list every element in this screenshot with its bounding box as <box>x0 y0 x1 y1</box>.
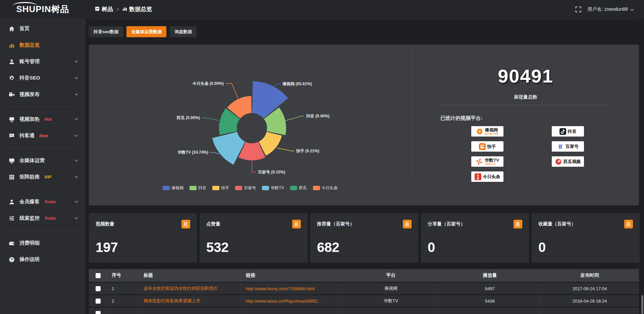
legend-label: 百家号 <box>244 185 256 191</box>
video-title[interactable]: 室外水纹灯和室内水纹灯的区别和简介 <box>139 283 241 294</box>
legend-item[interactable]: 华数TV <box>262 185 284 191</box>
platform-badge-kuaishou: 快手 <box>471 141 503 152</box>
sidebar-item-label: 消费明细 <box>19 240 40 246</box>
row-checkbox[interactable] <box>96 286 101 291</box>
video-title[interactable]: 楼体投影灯投影效果震撼上市 <box>139 295 241 307</box>
platform-badge-column-left: 播视网 boosj.com 快手 华数TV wasu.cn 头条 今日头条 <box>471 126 503 182</box>
gear-icon <box>9 75 15 81</box>
table-row-partial <box>89 308 639 314</box>
user-menu[interactable]: 用户名: zswodun88 <box>587 6 634 12</box>
table-header-checkbox <box>89 269 107 282</box>
page-scrollbar-thumb[interactable] <box>641 295 643 314</box>
sidebar-item-camera[interactable]: 视频发布 <box>0 86 86 103</box>
breadcrumb-item[interactable]: 树品 <box>95 5 113 13</box>
vertical-divider <box>412 49 412 174</box>
main-content: 抖音seo数据全媒体运营数据询盘数据 播视网 (65.61%)抖音 (9.40%… <box>89 18 639 314</box>
logo: SHUPIN树品 <box>0 3 86 15</box>
legend-label: 西瓜 <box>299 185 307 191</box>
select-all-checkbox[interactable] <box>96 273 101 278</box>
stat-card-value: 682 <box>310 235 418 255</box>
pie-label-line <box>273 84 281 87</box>
legend-item[interactable]: 百家号 <box>235 185 256 191</box>
legend-label: 快手 <box>221 185 229 191</box>
platform-name: 华数TV <box>485 158 499 162</box>
stat-card-title: 收藏量（百家号） <box>538 221 576 227</box>
table-header-cell: 序号 <box>107 269 139 282</box>
chevron-down-icon <box>74 217 78 219</box>
sidebar-item-chat[interactable]: 抖客通 New <box>0 127 86 144</box>
legend-item[interactable]: 今日头条 <box>313 185 338 191</box>
stat-card: 推荐量（百家号） 总 682 <box>310 213 418 263</box>
stat-card: 视频数量 总 197 <box>89 213 197 263</box>
sidebar-item-monitor[interactable]: 全媒体运营 <box>0 152 86 169</box>
pie-label-line <box>210 152 220 154</box>
sidebar-item-label: 操作说明 <box>19 256 40 263</box>
chevron-down-icon <box>74 60 78 63</box>
chevron-down-icon <box>74 135 78 137</box>
tab[interactable]: 抖音seo数据 <box>89 26 123 37</box>
platform-name: 抖音 <box>568 129 577 134</box>
legend-label: 播视网 <box>171 185 183 191</box>
pie-label: 抖音 (9.40%) <box>306 114 329 118</box>
sidebar-item-question[interactable]: ? 操作说明 <box>0 251 86 268</box>
row-checkbox[interactable] <box>96 311 101 314</box>
legend-item[interactable]: 播视网 <box>163 185 183 191</box>
platform-name: 西瓜视频 <box>564 159 581 164</box>
overview-panel: 播视网 (65.61%)抖音 (9.40%)快手 (0.11%)百家号 (0.1… <box>89 45 639 205</box>
sidebar-item-gear[interactable]: 抖音SEO <box>0 70 86 86</box>
tab[interactable]: 询盘数据 <box>170 26 197 37</box>
sidebar-item-sliders[interactable]: 线索监控 Tools <box>0 210 86 226</box>
legend-color-chip <box>290 186 297 190</box>
legend-item[interactable]: 抖音 <box>190 185 206 191</box>
home-icon <box>9 26 15 32</box>
breadcrumb-item[interactable]: 数据总览 <box>122 5 152 13</box>
sidebar-item-label: 全媒体运营 <box>19 157 45 164</box>
sidebar-item-user[interactable]: 账号管理 <box>0 53 86 70</box>
stat-card-value: 0 <box>421 235 529 255</box>
pie-label-line <box>285 116 304 121</box>
legend-label: 华数TV <box>271 185 284 191</box>
chevron-down-icon <box>74 176 78 178</box>
chart-sm-icon <box>122 6 127 13</box>
video-link[interactable]: http://www.wasu.cn/Play/show/id/952... <box>241 295 342 307</box>
pie-slice-播视网[interactable] <box>252 81 288 118</box>
videos-table: 序号标题链接平台播放量发布时间1室外水纹灯和室内水纹灯的区别和简介http://… <box>89 269 639 314</box>
sidebar-item-grid[interactable]: 矩阵助推 VIP <box>0 169 86 185</box>
tab[interactable]: 全媒体运营数据 <box>126 26 166 37</box>
sidebar-item-home[interactable]: 首页 <box>0 20 86 37</box>
legend-item[interactable]: 快手 <box>212 185 229 191</box>
platform-badge-boosj: 播视网 boosj.com <box>471 126 503 137</box>
sidebar-item-wallet[interactable]: 消费明细 <box>0 235 86 251</box>
wallet-icon <box>9 240 15 246</box>
total-badge: 总 <box>624 220 633 228</box>
platform-cell: 华数TV <box>342 295 439 307</box>
chevron-down-icon <box>74 118 78 120</box>
rose-pie-chart[interactable]: 播视网 (65.61%)抖音 (9.40%)快手 (0.11%)百家号 (0.1… <box>89 45 412 205</box>
sidebar-item-label: 数据总览 <box>19 42 40 48</box>
publish-time-cell: 2017-08-24 17:04 <box>540 283 639 294</box>
pie-label: 今日头条 (0.00%) <box>192 81 224 86</box>
stat-card-value: 532 <box>200 235 308 255</box>
row-checkbox[interactable] <box>96 299 101 304</box>
stat-cards-row: 视频数量 总 197 点赞量 总 532 推荐量（百家号） 总 682 分享量（… <box>89 213 640 263</box>
stat-card-title: 分享量（百家号） <box>428 221 465 227</box>
platform-name: 今日头条 <box>483 174 500 179</box>
boosj-logo-icon <box>476 128 483 135</box>
pie-label: 快手 (0.11%) <box>296 149 319 153</box>
sidebar-item-member[interactable]: 会员爆客 Tools <box>0 194 86 210</box>
topbar-right: 用户名: zswodun88 <box>575 6 634 12</box>
pie-label: 西瓜 (0.00%) <box>176 115 200 120</box>
app-icon <box>95 6 100 13</box>
platform-badge-xigua: 西瓜视频 <box>552 156 584 167</box>
sidebar-item-badge: VIP <box>44 174 51 179</box>
sidebar-item-chart[interactable]: 数据总览 <box>0 37 86 53</box>
pie-slice-华数TV[interactable] <box>212 132 245 165</box>
sidebar-item-heat[interactable]: 视频加热 Hot <box>0 111 86 127</box>
platform-badge-baijia: 百 百家号 <box>552 141 584 152</box>
pie-label-line <box>226 84 238 99</box>
video-link[interactable]: http://www.boosj.com/7338468.html <box>241 283 342 294</box>
data-tabs: 抖音seo数据全媒体运营数据询盘数据 <box>89 26 197 37</box>
legend-item[interactable]: 西瓜 <box>290 185 307 191</box>
fullscreen-icon[interactable] <box>575 6 581 12</box>
pie-label: 百家号 (0.15%) <box>258 170 285 174</box>
